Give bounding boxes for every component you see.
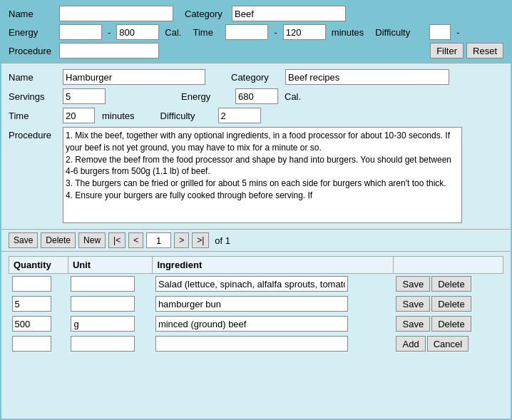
filter-category-input[interactable] xyxy=(232,6,346,21)
detail-servings-label: Servings xyxy=(9,91,58,102)
ingredient-unit-input[interactable] xyxy=(71,316,135,332)
filter-time-unit: minutes xyxy=(332,27,364,38)
detail-procedure-label: Procedure xyxy=(9,127,58,140)
filter-row-2: Energy - Cal. Time - minutes Difficulty … xyxy=(9,24,503,40)
save-record-button[interactable]: Save xyxy=(9,232,38,248)
ingredient-save-button[interactable]: Save xyxy=(396,316,430,332)
reset-button[interactable]: Reset xyxy=(466,43,503,58)
page-number-input[interactable] xyxy=(146,232,171,248)
ingredient-name-input[interactable] xyxy=(155,316,348,332)
ingredient-name-input[interactable] xyxy=(155,276,348,292)
detail-name-label: Name xyxy=(9,72,58,83)
ingredient-save-button[interactable]: Save xyxy=(396,276,430,292)
filter-time-min[interactable] xyxy=(225,24,268,40)
detail-difficulty-input[interactable] xyxy=(218,108,261,123)
detail-section: Name Category Servings Energy Cal. Time … xyxy=(1,63,511,230)
detail-row-servings: Servings Energy Cal. xyxy=(9,88,503,104)
prev-page-button[interactable]: < xyxy=(128,232,143,248)
ingredient-row: AddCancel xyxy=(9,334,503,354)
ingredient-name-input[interactable] xyxy=(155,336,348,352)
detail-servings-input[interactable] xyxy=(63,88,106,104)
detail-category-label: Category xyxy=(231,72,281,83)
detail-time-unit: minutes xyxy=(102,111,135,121)
filter-section: Name Category Energy - Cal. Time - minut… xyxy=(1,1,511,63)
filter-button[interactable]: Filter xyxy=(430,43,464,58)
col-header-unit: Unit xyxy=(68,257,152,274)
ingredients-header-row: Quantity Unit Ingredient xyxy=(9,257,503,274)
ingredient-add-button[interactable]: Add xyxy=(396,336,425,352)
detail-energy-label: Energy xyxy=(181,91,231,102)
next-page-button[interactable]: > xyxy=(174,232,189,248)
ingredient-unit-input[interactable] xyxy=(71,336,135,352)
filter-row-3: Procedure Filter Reset xyxy=(9,43,503,58)
ingredient-delete-button[interactable]: Delete xyxy=(431,296,471,312)
detail-row-time: Time minutes Difficulty xyxy=(9,108,503,123)
filter-name-input[interactable] xyxy=(59,6,173,21)
filter-energy-unit: Cal. xyxy=(165,27,181,38)
filter-energy-label: Energy xyxy=(9,27,55,38)
ingredient-name-input[interactable] xyxy=(155,296,348,312)
col-header-quantity: Quantity xyxy=(9,257,68,274)
ingredient-row: SaveDelete xyxy=(9,274,503,294)
ingredient-save-button[interactable]: Save xyxy=(396,296,430,312)
ingredient-cancel-button[interactable]: Cancel xyxy=(427,336,469,352)
filter-energy-min[interactable] xyxy=(59,24,102,40)
new-record-button[interactable]: New xyxy=(78,232,106,248)
filter-diff-dash: - xyxy=(456,27,459,38)
ingredient-row: SaveDelete xyxy=(9,294,503,314)
page-of-text: of 1 xyxy=(215,235,230,246)
ingredient-delete-button[interactable]: Delete xyxy=(431,276,471,292)
filter-procedure-label: Procedure xyxy=(9,46,55,56)
first-page-button[interactable]: |< xyxy=(108,232,126,248)
filter-time-dash: - xyxy=(274,27,277,38)
col-header-actions xyxy=(393,257,503,274)
filter-diff-min[interactable] xyxy=(429,24,451,40)
filter-name-label: Name xyxy=(9,9,55,19)
filter-difficulty-label: Difficulty xyxy=(375,27,425,38)
filter-energy-max[interactable] xyxy=(116,24,159,40)
filter-energy-dash: - xyxy=(108,27,111,38)
detail-energy-input[interactable] xyxy=(235,88,278,104)
detail-energy-unit: Cal. xyxy=(285,91,301,102)
filter-category-label: Category xyxy=(185,9,227,19)
ingredient-qty-input[interactable] xyxy=(12,276,51,292)
ingredients-table: Quantity Unit Ingredient SaveDeleteSaveD… xyxy=(9,256,503,354)
detail-row-procedure: Procedure 1. Mix the beef, together with… xyxy=(9,127,503,223)
ingredient-unit-input[interactable] xyxy=(71,276,135,292)
ingredient-qty-input[interactable] xyxy=(12,316,51,332)
col-header-ingredient: Ingredient xyxy=(153,257,394,274)
ingredient-qty-input[interactable] xyxy=(12,336,51,352)
filter-buttons: Filter Reset xyxy=(430,43,503,58)
detail-difficulty-label: Difficulty xyxy=(160,111,214,121)
detail-time-label: Time xyxy=(9,111,58,121)
ingredient-unit-input[interactable] xyxy=(71,296,135,312)
filter-time-label: Time xyxy=(193,27,221,38)
detail-time-input[interactable] xyxy=(63,108,95,123)
last-page-button[interactable]: >| xyxy=(192,232,209,248)
filter-procedure-input[interactable] xyxy=(59,43,159,58)
filter-row-1: Name Category xyxy=(9,6,503,21)
ingredients-section: Quantity Unit Ingredient SaveDeleteSaveD… xyxy=(1,252,511,419)
detail-category-input[interactable] xyxy=(285,69,449,85)
detail-name-input[interactable] xyxy=(63,69,205,85)
ingredient-qty-input[interactable] xyxy=(12,296,51,312)
ingredient-delete-button[interactable]: Delete xyxy=(431,316,471,332)
nav-section: Save Delete New |< < > >| of 1 xyxy=(1,230,511,252)
ingredient-row: SaveDelete xyxy=(9,314,503,334)
detail-procedure-textarea[interactable]: 1. Mix the beef, together with any optio… xyxy=(63,127,462,223)
detail-row-name: Name Category xyxy=(9,69,503,85)
filter-time-max[interactable] xyxy=(283,24,326,40)
delete-record-button[interactable]: Delete xyxy=(41,232,76,248)
